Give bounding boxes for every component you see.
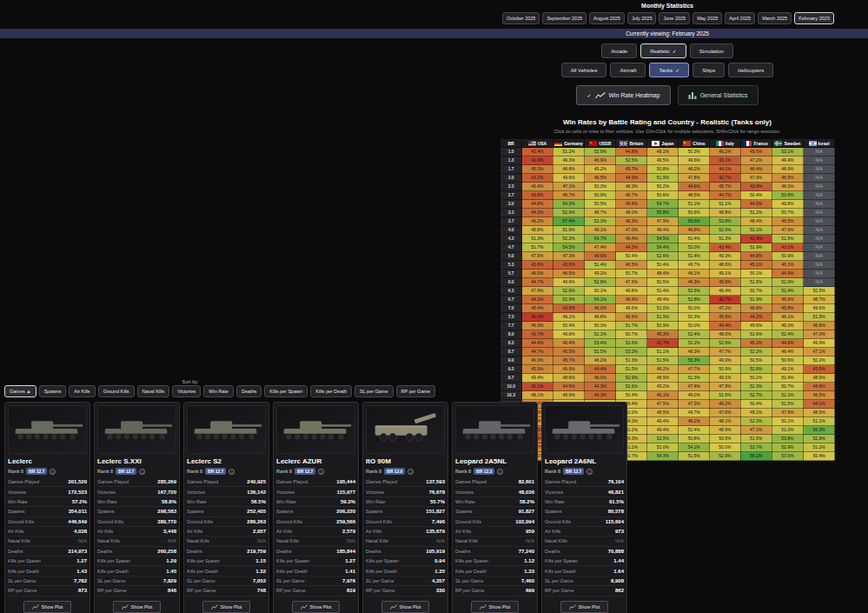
heatmap-country-header-usa[interactable]: USA — [522, 139, 553, 148]
heatmap-cell[interactable]: 50.0% — [679, 322, 710, 330]
heatmap-cell[interactable]: 52.3% — [740, 417, 772, 426]
heatmap-cell[interactable]: 45.3% — [647, 330, 679, 339]
heatmap-cell[interactable]: 51.2% — [740, 209, 772, 217]
heatmap-cell[interactable]: 50.7% — [740, 287, 772, 296]
sort-button-air-kills[interactable]: Air Kills — [69, 385, 95, 397]
heatmap-cell[interactable]: 41.6% — [522, 157, 553, 165]
heatmap-cell[interactable]: 52.8% — [804, 435, 835, 443]
heatmap-cell[interactable]: 49.6% — [740, 322, 772, 330]
heatmap-cell[interactable]: 43.7% — [522, 330, 553, 339]
heatmap-cell[interactable]: 46.9% — [553, 365, 585, 374]
heatmap-cell[interactable]: N/A — [804, 278, 835, 287]
heatmap-cell[interactable]: 46.2% — [710, 148, 740, 157]
heatmap-cell[interactable]: 47.1% — [553, 183, 585, 191]
heatmap-cell[interactable]: 51.3% — [679, 374, 710, 383]
heatmap-cell[interactable]: 48.4% — [740, 217, 772, 226]
heatmap-cell[interactable]: 47.4% — [679, 383, 710, 391]
heatmap-cell[interactable]: 49.5% — [647, 157, 679, 165]
show-plot-button[interactable]: Show Plot — [113, 601, 162, 613]
heatmap-cell[interactable]: 47.9% — [522, 287, 553, 296]
heatmap-cell[interactable]: 50.9% — [710, 365, 740, 374]
heatmap-cell[interactable]: 50.3% — [679, 313, 710, 322]
heatmap-cell[interactable]: N/A — [804, 165, 835, 174]
heatmap-cell[interactable]: 51.1% — [647, 348, 679, 356]
heatmap-cell[interactable]: 46.5% — [804, 391, 835, 400]
heatmap-cell[interactable]: 46.3% — [522, 322, 553, 330]
heatmap-cell[interactable]: 48.6% — [710, 261, 740, 270]
heatmap-cell[interactable]: 51.3% — [710, 235, 740, 243]
heatmap-cell[interactable]: 44.7% — [522, 348, 553, 356]
heatmap-country-header-china[interactable]: China — [679, 139, 710, 148]
heatmap-cell[interactable]: 46.1% — [647, 391, 679, 400]
heatmap-cell[interactable]: 52.6% — [616, 339, 647, 348]
heatmap-cell[interactable]: 50.7% — [616, 270, 647, 278]
heatmap-br-cell[interactable]: 5.0 — [500, 252, 522, 261]
heatmap-cell[interactable]: N/A — [804, 191, 835, 200]
heatmap-cell[interactable]: 48.7% — [585, 209, 616, 217]
heatmap-cell[interactable]: 49.9% — [804, 339, 835, 348]
heatmap-cell[interactable]: 48.1% — [679, 270, 710, 278]
heatmap-cell[interactable]: N/A — [804, 209, 835, 217]
show-plot-button[interactable]: Show Plot — [23, 601, 72, 613]
heatmap-cell[interactable]: 51.0% — [647, 443, 679, 452]
heatmap-cell[interactable]: 51.9% — [647, 174, 679, 183]
heatmap-cell[interactable]: N/A — [804, 235, 835, 243]
heatmap-cell[interactable]: 52.9% — [585, 278, 616, 287]
heatmap-cell[interactable]: 43.9% — [553, 304, 585, 313]
heatmap-cell[interactable]: 44.9% — [772, 339, 803, 348]
heatmap-cell[interactable]: 46.3% — [522, 356, 553, 365]
heatmap-country-header-germany[interactable]: Germany — [553, 139, 585, 148]
heatmap-cell[interactable]: 44.6% — [679, 183, 710, 191]
heatmap-cell[interactable]: 51.4% — [585, 261, 616, 270]
heatmap-cell[interactable]: 46.5% — [772, 217, 803, 226]
heatmap-cell[interactable]: 49.3% — [772, 322, 803, 330]
heatmap-cell[interactable]: 52.3% — [740, 383, 772, 391]
heatmap-cell[interactable]: 50.2% — [804, 356, 835, 365]
heatmap-cell[interactable]: 49.4% — [710, 287, 740, 296]
heatmap-cell[interactable]: 50.3% — [585, 183, 616, 191]
general-statistics-toggle[interactable]: General Statistics — [678, 85, 759, 105]
heatmap-cell[interactable]: 46.9% — [585, 157, 616, 165]
heatmap-cell[interactable]: 51.6% — [553, 226, 585, 235]
heatmap-cell[interactable]: 44.3% — [522, 209, 553, 217]
heatmap-cell[interactable]: 46.8% — [679, 226, 710, 235]
heatmap-cell[interactable]: 50.4% — [616, 391, 647, 400]
month-button-july-2025[interactable]: July 2025 — [627, 12, 657, 24]
heatmap-cell[interactable]: 44.2% — [740, 313, 772, 322]
heatmap-cell[interactable]: 44.5% — [740, 200, 772, 209]
heatmap-cell[interactable]: 52.9% — [710, 452, 740, 461]
heatmap-cell[interactable]: 51.3% — [616, 356, 647, 365]
heatmap-cell[interactable]: 47.3% — [553, 252, 585, 261]
heatmap-cell[interactable]: 48.7% — [804, 296, 835, 304]
heatmap-cell[interactable]: 45.3% — [522, 165, 553, 174]
heatmap-cell[interactable]: N/A — [804, 157, 835, 165]
heatmap-cell[interactable]: 49.1% — [772, 365, 803, 374]
heatmap-cell[interactable]: 52.6% — [647, 252, 679, 261]
heatmap-cell[interactable]: 50.7% — [616, 330, 647, 339]
heatmap-cell[interactable]: 52.9% — [616, 374, 647, 383]
heatmap-cell[interactable]: 50.3% — [585, 322, 616, 330]
heatmap-cell[interactable]: 50.4% — [616, 252, 647, 261]
heatmap-cell[interactable]: 50.1% — [740, 270, 772, 278]
heatmap-cell[interactable]: 41.7% — [647, 339, 679, 348]
heatmap-cell[interactable]: 44.6% — [585, 252, 616, 261]
heatmap-cell[interactable]: 46.5% — [585, 174, 616, 183]
heatmap-cell[interactable]: 50.7% — [772, 383, 803, 391]
heatmap-cell[interactable]: 48.0% — [616, 209, 647, 217]
heatmap-cell[interactable]: 50.6% — [772, 356, 803, 365]
heatmap-cell[interactable]: N/A — [804, 243, 835, 252]
heatmap-cell[interactable]: 50.4% — [679, 426, 710, 435]
heatmap-cell[interactable]: 50.2% — [647, 183, 679, 191]
month-button-may-2025[interactable]: May 2025 — [692, 12, 722, 24]
heatmap-cell[interactable]: 45.8% — [772, 304, 803, 313]
heatmap-cell[interactable]: 51.5% — [772, 235, 803, 243]
heatmap-cell[interactable]: 47.7% — [710, 348, 740, 356]
heatmap-cell[interactable]: 51.1% — [679, 200, 710, 209]
heatmap-cell[interactable]: 48.3% — [679, 348, 710, 356]
heatmap-cell[interactable]: 51.5% — [679, 452, 710, 461]
heatmap-cell[interactable]: N/A — [804, 148, 835, 157]
heatmap-cell[interactable]: 53.2% — [616, 348, 647, 356]
heatmap-country-header-britain[interactable]: Britain — [616, 139, 647, 148]
heatmap-cell[interactable]: 52.7% — [740, 391, 772, 400]
heatmap-cell[interactable]: 51.3% — [522, 235, 553, 243]
